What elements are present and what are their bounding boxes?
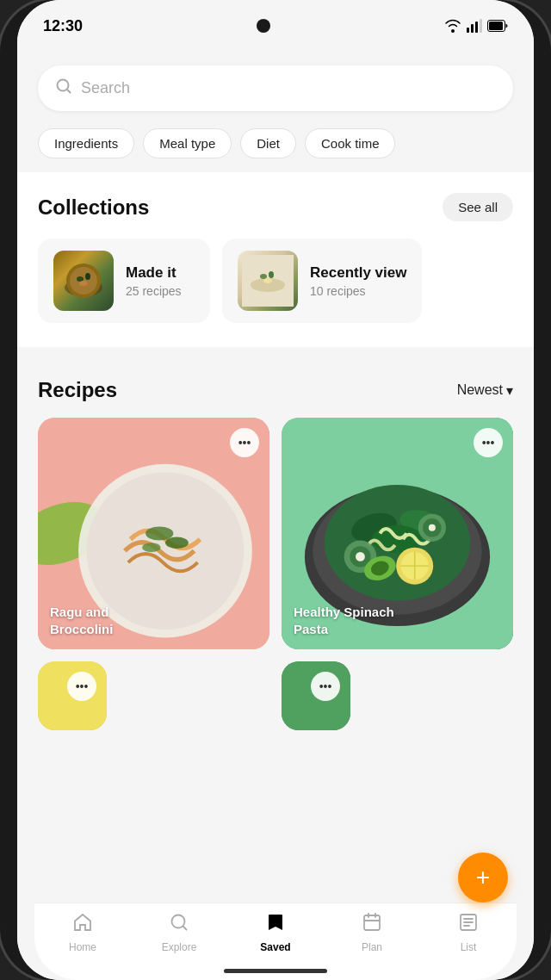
recipe-more-ragu[interactable]: •••	[230, 428, 259, 457]
collection-name-madeit: Made it	[126, 264, 182, 282]
explore-icon	[169, 912, 189, 938]
collection-info-madeit: Made it 25 recipes	[126, 264, 182, 298]
filter-chip-mealtype[interactable]: Meal type	[143, 128, 232, 158]
svg-point-18	[260, 274, 267, 279]
recipes-header: Recipes Newest ▾	[38, 378, 513, 402]
svg-point-44	[429, 524, 436, 531]
collection-card-madeit[interactable]: Made it 25 recipes	[38, 239, 210, 323]
sort-button[interactable]: Newest ▾	[457, 382, 513, 399]
nav-item-plan[interactable]: Plan	[324, 912, 420, 953]
svg-rect-0	[467, 28, 469, 33]
nav-label-saved: Saved	[260, 941, 290, 953]
collection-thumb-recent	[238, 251, 298, 311]
svg-rect-2	[475, 22, 478, 33]
saved-icon	[265, 912, 286, 938]
chevron-down-icon: ▾	[506, 382, 513, 399]
collections-title: Collections	[38, 195, 149, 220]
collection-thumb-madeit	[53, 251, 114, 311]
recipe-card-ragu[interactable]: ••• Ragu andBroccolini	[38, 418, 269, 649]
search-icon	[55, 78, 72, 99]
svg-point-53	[172, 915, 185, 928]
made-it-thumb-svg	[58, 255, 109, 307]
battery-icon	[487, 20, 508, 32]
svg-point-12	[79, 281, 88, 286]
list-icon	[458, 912, 479, 938]
filter-chip-diet[interactable]: Diet	[240, 128, 296, 158]
nav-label-list: List	[461, 941, 477, 953]
camera-notch	[257, 19, 270, 33]
recipes-section: Recipes Newest ▾	[17, 361, 534, 816]
recipe-grid: ••• Ragu andBroccolini	[38, 418, 513, 730]
recipe-card-green2[interactable]: •••	[282, 661, 350, 730]
collections-section: Collections See all	[17, 172, 534, 347]
nav-item-home[interactable]: Home	[34, 912, 131, 953]
search-placeholder: Search	[81, 79, 130, 97]
collections-header: Collections See all	[38, 193, 513, 221]
phone-screen: 12:30	[17, 0, 534, 980]
search-section: Search	[17, 52, 534, 121]
collection-info-recent: Recently view 10 recipes	[310, 264, 406, 298]
nav-item-explore[interactable]: Explore	[131, 912, 227, 953]
svg-rect-54	[364, 915, 380, 930]
collection-card-recent[interactable]: Recently view 10 recipes	[222, 239, 422, 323]
add-fab[interactable]: +	[458, 853, 508, 902]
phone-frame: 12:30	[0, 0, 551, 980]
svg-point-30	[165, 537, 189, 549]
plan-icon	[362, 912, 382, 938]
search-bar[interactable]: Search	[38, 65, 513, 111]
recipes-title: Recipes	[38, 378, 117, 402]
collection-count-madeit: 25 recipes	[126, 284, 182, 298]
nav-label-plan: Plan	[362, 941, 382, 953]
see-all-button[interactable]: See all	[443, 193, 513, 221]
filter-chip-cooktime[interactable]: Cook time	[305, 128, 396, 158]
filter-chips: Ingredients Meal type Diet Cook time	[17, 121, 534, 172]
recipe-more-spinach[interactable]: •••	[474, 428, 503, 457]
svg-rect-5	[489, 22, 503, 30]
nav-item-list[interactable]: List	[420, 912, 517, 953]
recent-thumb-svg	[242, 255, 294, 307]
filter-chip-ingredients[interactable]: Ingredients	[38, 128, 134, 158]
recipe-more-yellow[interactable]: •••	[67, 672, 96, 701]
nav-label-home: Home	[69, 941, 96, 953]
home-indicator	[224, 969, 327, 973]
collection-count-recent: 10 recipes	[310, 284, 406, 298]
svg-point-29	[145, 526, 173, 540]
collection-name-recent: Recently view	[310, 264, 406, 282]
status-time: 12:30	[43, 17, 83, 35]
scroll-content[interactable]: Search Ingredients Meal type Diet Cook t…	[17, 52, 534, 980]
signal-icon	[467, 19, 482, 33]
status-bar: 12:30	[17, 0, 534, 52]
svg-rect-3	[480, 19, 482, 33]
svg-point-31	[142, 543, 161, 552]
sort-label: Newest	[457, 382, 503, 398]
svg-rect-1	[471, 24, 474, 33]
recipe-label-ragu: Ragu andBroccolini	[50, 604, 113, 637]
recipe-card-yellow[interactable]: •••	[38, 661, 107, 730]
svg-point-19	[269, 271, 274, 278]
status-icons	[444, 19, 508, 33]
nav-label-explore: Explore	[162, 941, 197, 953]
home-icon	[72, 912, 93, 938]
recipe-more-green2[interactable]: •••	[311, 672, 340, 701]
collection-cards: Made it 25 recipes	[38, 239, 513, 323]
svg-point-41	[356, 552, 365, 561]
recipe-label-spinach: Healthy SpinachPasta	[294, 604, 394, 637]
recipe-card-spinach[interactable]: ••• Healthy SpinachPasta	[282, 418, 513, 649]
svg-point-11	[85, 273, 90, 280]
svg-point-20	[263, 278, 272, 283]
wifi-icon	[444, 19, 461, 33]
nav-item-saved[interactable]: Saved	[227, 912, 324, 953]
